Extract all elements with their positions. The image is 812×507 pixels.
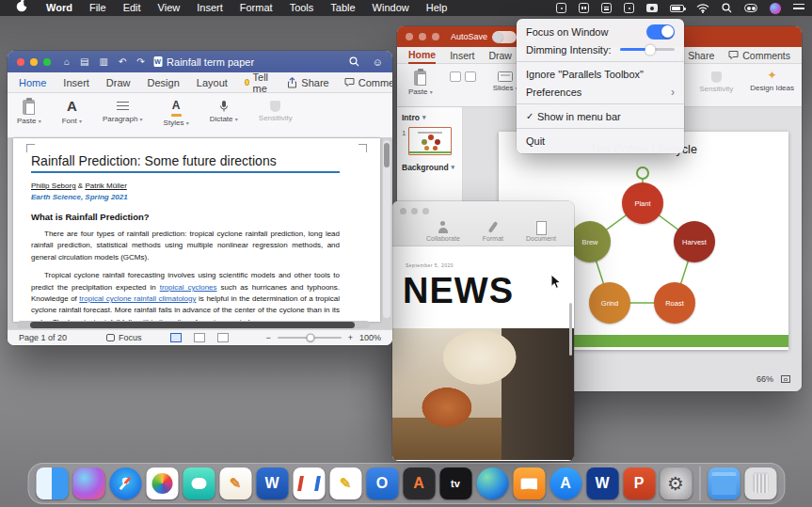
- dock-photos[interactable]: [146, 467, 178, 499]
- dock-downloads-folder[interactable]: [708, 467, 740, 499]
- paste-button[interactable]: Paste ▾: [408, 69, 433, 96]
- zoom-slider-knob[interactable]: [307, 334, 315, 342]
- zoom-out-button[interactable]: −: [265, 333, 270, 342]
- word-document-area[interactable]: Rainfall Prediction: Some future directi…: [8, 138, 392, 329]
- page-indicator[interactable]: Page 1 of 20: [19, 333, 67, 342]
- cycle-node-grind[interactable]: Grind: [589, 282, 630, 324]
- dock-edge[interactable]: [476, 467, 508, 499]
- dock-parallels-desktop[interactable]: [293, 467, 325, 499]
- tab-insert[interactable]: Insert: [63, 77, 89, 88]
- menu-insert[interactable]: Insert: [188, 0, 231, 16]
- menu-item-show-in-menu-bar[interactable]: ✓ Show in menu bar: [517, 107, 684, 125]
- font-group-button[interactable]: A Font ▾: [62, 98, 82, 125]
- autosave-toggle[interactable]: [492, 31, 517, 43]
- slide-thumbnail-1[interactable]: 1: [402, 127, 457, 155]
- zoom-button[interactable]: [43, 58, 51, 66]
- dimming-intensity-slider[interactable]: [620, 48, 675, 51]
- vertical-scrollbar[interactable]: [383, 140, 390, 318]
- section-intro[interactable]: Intro ▾: [402, 113, 457, 122]
- design-ideas-button[interactable]: ✦ Design Ideas: [750, 69, 794, 93]
- comments-button[interactable]: Comments: [344, 77, 392, 88]
- scrollbar-thumb[interactable]: [384, 143, 390, 167]
- paragraph-group-button[interactable]: Paragraph ▾: [103, 98, 143, 123]
- dock-apple-tv[interactable]: tv: [439, 467, 471, 499]
- dock-word[interactable]: W: [256, 467, 288, 499]
- mini-button[interactable]: [450, 71, 461, 82]
- cycle-node-brew[interactable]: Brew: [569, 221, 611, 262]
- minimize-button[interactable]: [411, 208, 418, 214]
- collaborate-button[interactable]: Collaborate: [426, 221, 460, 242]
- camera-status-icon[interactable]: [646, 2, 658, 14]
- wifi-icon[interactable]: [696, 2, 709, 14]
- fit-slide-icon[interactable]: [781, 375, 790, 383]
- focus-button[interactable]: Focus: [106, 333, 142, 342]
- tab-design[interactable]: Design: [148, 77, 180, 88]
- focus-on-window-toggle[interactable]: [646, 24, 675, 40]
- pages-traffic-lights[interactable]: [400, 208, 429, 214]
- document-paragraph-2[interactable]: Tropical cyclone rainfall forecasting in…: [31, 270, 340, 322]
- dock-app-store[interactable]: A: [549, 467, 581, 499]
- mini-button[interactable]: [465, 71, 476, 82]
- menu-file[interactable]: File: [81, 0, 115, 16]
- format-button[interactable]: Format: [483, 221, 503, 242]
- document-button[interactable]: Document: [526, 221, 556, 242]
- battery-icon[interactable]: [670, 2, 684, 14]
- hyperlink-rainfall-climatology[interactable]: tropical cyclone rainfall climatology: [79, 294, 196, 303]
- slider-knob[interactable]: [645, 44, 655, 55]
- menu-item-focus-on-window[interactable]: Focus on Window: [517, 23, 684, 40]
- notification-center-icon[interactable]: [793, 2, 804, 14]
- save-icon[interactable]: ▤: [80, 51, 88, 72]
- close-button[interactable]: [406, 33, 413, 40]
- word-window[interactable]: ⌂ ▤ ▥ ↶ ↷ W Rainfall term paper ☺ Home I…: [8, 51, 392, 345]
- dock-webex[interactable]: W: [586, 467, 618, 499]
- paste-button[interactable]: Paste ▾: [17, 98, 41, 125]
- menu-word[interactable]: Word: [36, 0, 81, 16]
- cycle-node-harvest[interactable]: Harvest: [674, 221, 715, 262]
- dock-siri[interactable]: [72, 467, 104, 499]
- document-authors[interactable]: Philip Seborg & Patrik Müller: [31, 182, 340, 190]
- control-center-icon[interactable]: [744, 2, 757, 14]
- menu-help[interactable]: Help: [418, 0, 456, 16]
- zoom-button[interactable]: [432, 33, 439, 40]
- newsletter-document[interactable]: September 5, 2020 NEWS: [392, 246, 574, 460]
- keyboard-status-icon[interactable]: [624, 2, 634, 14]
- zoom-in-button[interactable]: +: [348, 333, 353, 342]
- undo-icon[interactable]: ↶: [119, 51, 126, 72]
- menu-format[interactable]: Format: [231, 0, 281, 16]
- redo-icon[interactable]: ↷: [136, 51, 144, 72]
- dock-pixelmator[interactable]: A: [403, 467, 435, 499]
- account-icon[interactable]: ☺: [373, 56, 383, 68]
- zoom-slider[interactable]: [278, 337, 342, 339]
- apple-menu[interactable]: [8, 0, 36, 17]
- document-heading[interactable]: What is Rainfall Prediction?: [31, 212, 340, 222]
- document-course[interactable]: Earth Science, Spring 2021: [31, 193, 340, 201]
- comments-button[interactable]: Comments: [728, 50, 790, 61]
- menu-item-ignore-parallels-toolbox[interactable]: Ignore "Parallels Toolbox": [517, 65, 684, 83]
- dock-messages[interactable]: [183, 467, 215, 499]
- zoom-level[interactable]: 100%: [359, 333, 381, 342]
- powerpoint-traffic-lights[interactable]: [406, 33, 439, 40]
- display-status-icon[interactable]: [579, 2, 589, 14]
- print-icon[interactable]: ▥: [100, 51, 108, 72]
- document-page[interactable]: Rainfall Prediction: Some future directi…: [13, 138, 380, 322]
- dictate-button[interactable]: Dictate ▾: [210, 98, 238, 123]
- tab-home[interactable]: Home: [408, 47, 436, 64]
- cycle-node-plant[interactable]: Plant: [622, 182, 663, 224]
- hyperlink-tropical-cyclones[interactable]: tropical cyclones: [160, 283, 217, 292]
- format-buttons[interactable]: [450, 71, 476, 82]
- dock-books[interactable]: [513, 467, 545, 499]
- minimize-button[interactable]: [30, 58, 38, 66]
- menu-view[interactable]: View: [150, 0, 189, 16]
- menu-item-preferences[interactable]: Preferences ›: [517, 83, 684, 101]
- spotlight-search-icon[interactable]: [722, 2, 732, 14]
- cycle-node-roast[interactable]: Roast: [654, 282, 695, 324]
- word-traffic-lights[interactable]: [17, 58, 51, 66]
- zoom-button[interactable]: [422, 208, 429, 214]
- menu-edit[interactable]: Edit: [115, 0, 150, 16]
- siri-icon[interactable]: [770, 2, 781, 14]
- document-paragraph-1[interactable]: There are four types of rainfall predict…: [31, 229, 340, 263]
- menu-table[interactable]: Table: [322, 0, 363, 16]
- menu-window[interactable]: Window: [364, 0, 418, 16]
- share-button[interactable]: Share: [287, 77, 328, 88]
- dock-pencil-app[interactable]: ✎: [329, 467, 361, 499]
